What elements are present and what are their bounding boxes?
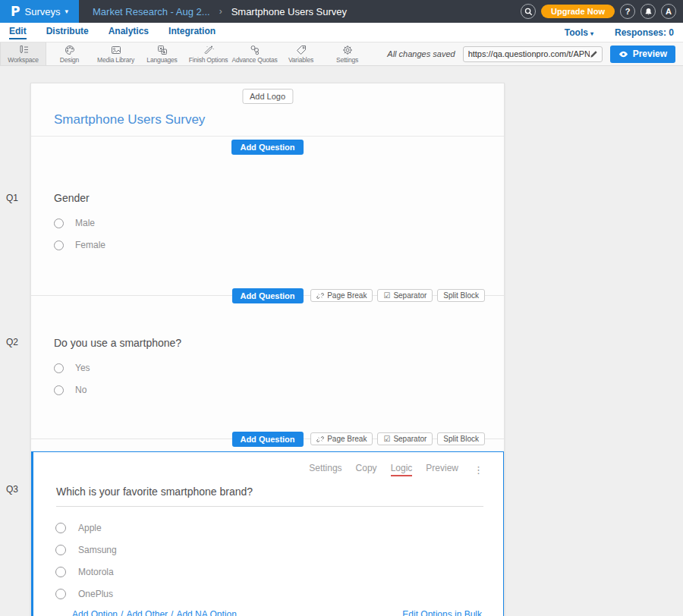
split-block-label: Split Block <box>443 435 479 443</box>
workspace-icon <box>18 45 29 55</box>
option-label[interactable]: Motorola <box>78 567 114 577</box>
option-label[interactable]: Yes <box>75 363 90 373</box>
responses-count[interactable]: Responses: 0 <box>615 27 674 38</box>
preview-button-label: Preview <box>633 49 667 59</box>
help-button[interactable]: ? <box>620 4 635 19</box>
question-mark-icon: ? <box>625 7 631 16</box>
edit-toolbar: Workspace Design Media Library Languages… <box>0 42 683 66</box>
surveys-menu[interactable]: P Surveys ▾ <box>0 0 79 23</box>
search-button[interactable] <box>521 4 536 19</box>
preview-button[interactable]: Preview <box>610 46 675 63</box>
option-label[interactable]: Apple <box>78 523 102 533</box>
page-break-button[interactable]: Page Break <box>310 432 373 445</box>
edit-pencil-icon[interactable] <box>590 50 598 58</box>
answer-option: Motorola <box>55 567 503 577</box>
question-code-q2: Q2 <box>6 337 18 347</box>
save-status: All changes saved <box>387 49 455 58</box>
survey-url-text: https://qa.questionpro.com/t/APNrFZgQ <box>468 49 590 58</box>
page-break-button[interactable]: Page Break <box>310 289 373 302</box>
option-label[interactable]: No <box>75 385 87 395</box>
toolbar-item-label: Variables <box>288 56 313 64</box>
question-settings-button[interactable]: Settings <box>309 463 342 476</box>
split-block-label: Split Block <box>443 291 479 300</box>
radio-button[interactable] <box>55 589 66 599</box>
upgrade-now-button[interactable]: Upgrade Now <box>541 5 615 18</box>
tools-menu[interactable]: Tools▾ <box>565 27 593 38</box>
surveys-menu-label: Surveys <box>24 6 60 17</box>
toolbar-item-advance-quotas[interactable]: Advance Quotas <box>231 42 278 65</box>
survey-title[interactable]: Smartphone Users Survey <box>54 112 205 127</box>
add-na-option-link[interactable]: Add NA Option <box>176 609 236 616</box>
toolbar-item-finish-options[interactable]: Finish Options <box>185 42 231 65</box>
option-label[interactable]: Male <box>75 218 95 228</box>
breadcrumb-chevron-icon: › <box>219 6 222 17</box>
survey-canvas: Q1 Q2 Q3 Add Logo Smartphone Users Surve… <box>0 66 683 616</box>
page-break-label: Page Break <box>327 435 367 443</box>
question-preview-button[interactable]: Preview <box>426 463 458 476</box>
breadcrumb-folder[interactable]: Market Research - Aug 2... <box>93 6 210 17</box>
add-question-button[interactable]: Add Question <box>231 140 303 155</box>
question-text[interactable]: Gender <box>54 192 504 204</box>
add-other-link[interactable]: Add Other <box>126 609 168 616</box>
search-icon <box>524 8 533 16</box>
insert-actions: Page Break ☑ Separator Split Block <box>310 289 485 302</box>
page-break-icon <box>316 292 324 300</box>
toolbar-item-workspace[interactable]: Workspace <box>0 42 46 65</box>
separator-button[interactable]: ☑ Separator <box>377 289 433 302</box>
option-label[interactable]: Samsung <box>78 545 117 555</box>
radio-button[interactable] <box>54 385 64 395</box>
question-text[interactable]: Do you use a smartphone? <box>54 337 504 349</box>
page-break-icon <box>316 435 324 443</box>
edit-options-in-bulk-link[interactable]: Edit Options in Bulk <box>402 609 482 616</box>
radio-button[interactable] <box>54 218 64 228</box>
answer-option: OnePlus <box>55 589 503 599</box>
answer-option: Female <box>54 240 504 250</box>
tab-analytics[interactable]: Analytics <box>109 26 149 39</box>
separator-checkbox-icon: ☑ <box>383 292 390 300</box>
option-label[interactable]: Female <box>75 240 105 250</box>
add-question-button[interactable]: Add Question <box>231 432 303 447</box>
answer-options: Apple Samsung Motorola OnePlus <box>33 523 503 599</box>
toolbar-item-design[interactable]: Design <box>46 42 93 65</box>
nav-right: Tools▾ Responses: 0 <box>565 27 683 38</box>
radio-button[interactable] <box>54 240 64 250</box>
option-label[interactable]: OnePlus <box>78 589 113 599</box>
media-library-icon <box>111 45 121 55</box>
topbar-actions: Upgrade Now ? A <box>521 4 683 19</box>
toolbar-right: All changes saved https://qa.questionpro… <box>387 42 683 65</box>
question-block-q2[interactable]: Do you use a smartphone? Yes No <box>31 302 504 432</box>
tab-distribute[interactable]: Distribute <box>46 26 89 39</box>
question-copy-button[interactable]: Copy <box>356 463 377 476</box>
separator-button[interactable]: ☑ Separator <box>377 432 433 445</box>
radio-button[interactable] <box>55 523 66 533</box>
avatar[interactable]: A <box>661 4 676 19</box>
split-block-button[interactable]: Split Block <box>437 432 485 445</box>
toolbar-item-settings[interactable]: Settings <box>324 42 370 65</box>
answer-option: Yes <box>54 363 504 373</box>
toolbar-item-label: Media Library <box>97 56 134 64</box>
toolbar-item-variables[interactable]: Variables <box>278 42 324 65</box>
nav-tabs: Edit Distribute Analytics Integration <box>9 26 216 39</box>
toolbar-item-languages[interactable]: Languages <box>139 42 185 65</box>
question-block-q1[interactable]: Gender Male Female <box>31 157 504 288</box>
more-options-icon[interactable]: ⋮ <box>474 464 483 476</box>
survey-url-field[interactable]: https://qa.questionpro.com/t/APNrFZgQ <box>463 46 603 62</box>
question-logic-button[interactable]: Logic <box>391 463 413 476</box>
radio-button[interactable] <box>55 567 66 577</box>
survey-card: Add Logo Smartphone Users Survey Add Que… <box>30 83 505 616</box>
chevron-down-icon: ▾ <box>590 30 593 37</box>
answer-option: Male <box>54 218 504 228</box>
question-block-q3-selected[interactable]: Settings Copy Logic Preview ⋮ Which is y… <box>31 451 504 616</box>
tab-edit[interactable]: Edit <box>9 26 27 39</box>
tab-integration[interactable]: Integration <box>168 26 216 39</box>
toolbar-item-media-library[interactable]: Media Library <box>93 42 139 65</box>
notifications-button[interactable] <box>641 4 656 19</box>
add-question-button[interactable]: Add Question <box>231 288 303 303</box>
split-block-button[interactable]: Split Block <box>437 289 485 302</box>
add-logo-button[interactable]: Add Logo <box>242 89 293 104</box>
chevron-down-icon: ▾ <box>65 8 68 15</box>
radio-button[interactable] <box>54 363 64 373</box>
add-option-link[interactable]: Add Option <box>72 609 118 616</box>
question-text-input[interactable]: Which is your favorite smartphone brand? <box>56 486 483 507</box>
radio-button[interactable] <box>55 545 66 555</box>
